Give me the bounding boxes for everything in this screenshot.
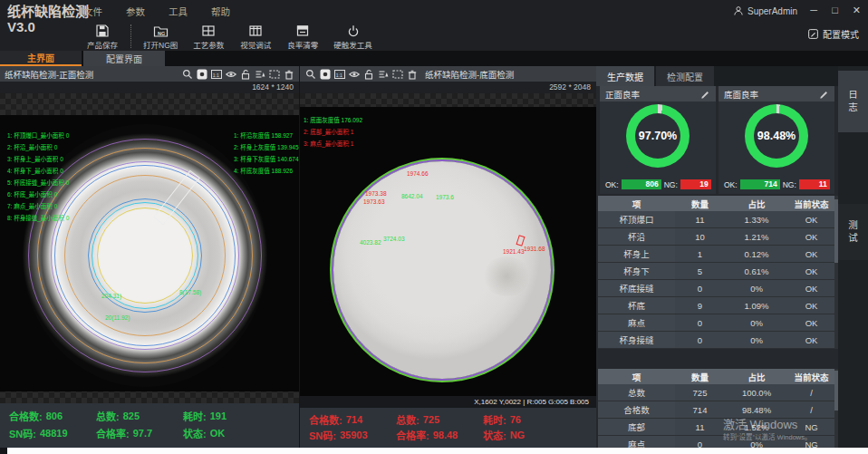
measure-label: 204.31)	[101, 293, 121, 299]
yield-reset-button[interactable]: 良率清零	[284, 22, 322, 52]
data-panel-tabs: 生产数据 检测配置	[596, 66, 838, 86]
menu-params[interactable]: 参数	[126, 5, 145, 18]
sort-icon[interactable]	[377, 68, 389, 80]
config-mode-button[interactable]: 配置模式	[807, 27, 859, 41]
col-state: 当前状态	[788, 196, 834, 211]
fit-view-icon[interactable]	[196, 68, 207, 80]
tab-detection-config[interactable]: 检测配置	[656, 66, 714, 86]
annotation-line: 1: 底面灰度值 176.092	[304, 114, 362, 126]
defect-marker: 1921.43	[503, 248, 525, 255]
one-to-one-icon[interactable]: 1:1	[333, 68, 345, 80]
table-row[interactable]: 杯身上10.12%OK	[598, 246, 834, 263]
front-view-panel: 纸杯缺陷检测-正面检测 1:1 1624 * 1240	[0, 66, 299, 454]
vision-debug-button[interactable]: 视觉调试	[236, 22, 275, 52]
table-row[interactable]: 杯底91.09%OK	[598, 297, 834, 314]
front-yield-donut: 97.70%	[626, 104, 690, 168]
unlock-icon[interactable]	[239, 68, 251, 80]
defect-table: 项 数量 占比 当前状态 杯顶爆口111.33%OK 杯沿101.21%OK 杯…	[598, 196, 834, 349]
status-label: 耗时:	[483, 412, 506, 427]
annotation-line: 2: 杯身上灰度值 139.945	[234, 141, 299, 153]
user-icon	[733, 5, 744, 16]
status-label: 合格数:	[9, 409, 43, 423]
zoom-icon[interactable]	[181, 68, 193, 80]
table-row[interactable]: 杯顶爆口111.33%OK	[598, 211, 834, 228]
side-tab-log[interactable]: 日志	[838, 71, 868, 132]
table-row[interactable]: 总数725100.0%/	[598, 384, 834, 401]
eye-icon[interactable]	[225, 68, 236, 80]
trash-icon[interactable]	[406, 68, 418, 80]
menu-help[interactable]: 帮助	[211, 5, 230, 18]
front-yield-okng: OK: 806 NG: 19	[605, 179, 711, 189]
edit-pencil-icon[interactable]	[700, 89, 710, 99]
col-ratio: 占比	[725, 369, 788, 384]
bottom-view-canvas[interactable]: 1974.66 8642.04 1973.38 1973.63 1973.6 4…	[300, 93, 596, 408]
table-row[interactable]: 杯沿101.21%OK	[598, 228, 834, 246]
bottom-yield-card: 底面良率 98.48% OK: 714 NG: 11	[719, 86, 834, 194]
menu-tools[interactable]: 工具	[169, 5, 188, 18]
columns-icon	[248, 24, 263, 38]
fit-view-icon[interactable]	[319, 68, 331, 80]
toolbar-label: 良率清零	[287, 39, 318, 50]
status-label: 合格率:	[396, 428, 429, 442]
reset-box-icon	[295, 24, 310, 38]
tab-config[interactable]: 配置界面	[83, 51, 165, 66]
defect-marker: 1931.68	[524, 246, 545, 252]
annotation-line: 5: 杯底接缝_最小面积 0	[7, 177, 69, 188]
status-label: 状态:	[183, 426, 207, 440]
col-count: 数量	[675, 196, 725, 211]
minimize-button[interactable]: ─	[810, 5, 817, 16]
annotation-line: 3: 麻点_最小面积 1	[304, 138, 362, 150]
user-box[interactable]: SuperAdmin	[733, 5, 797, 16]
annotation-line: 1: 杯顶爆口_最小面积 0	[7, 130, 69, 141]
save-product-button[interactable]: 产品保存	[83, 22, 121, 52]
toolbar-label: 视觉调试	[240, 39, 271, 50]
toolbar: 产品保存 NG 打开NG图 工艺参数 视觉调试 良率清零	[83, 22, 375, 52]
front-yield-value: 97.70%	[635, 113, 680, 159]
menu-file[interactable]: 文件	[83, 5, 102, 18]
annotation-line: 4: 杯底灰度值 188.926	[234, 165, 299, 177]
status-value: 714	[346, 414, 362, 425]
trash-icon[interactable]	[283, 68, 294, 80]
front-view-header: 纸杯缺陷检测-正面检测 1:1	[0, 66, 299, 82]
tab-production-data[interactable]: 生产数据	[596, 66, 654, 86]
open-ng-image-button[interactable]: NG 打开NG图	[140, 22, 180, 52]
maximize-button[interactable]: □	[832, 5, 838, 16]
menu-bar: 文件 参数 工具 帮助	[83, 5, 230, 18]
table-row[interactable]: 杯身接缝00%OK	[598, 332, 834, 349]
side-tab-test[interactable]: 测试	[838, 204, 868, 260]
hard-trigger-button[interactable]: 硬触发工具	[331, 22, 375, 52]
front-gray-list: 1: 杯沿灰度值 158.927 2: 杯身上灰度值 139.945 3: 杯身…	[234, 130, 299, 177]
zoom-icon[interactable]	[304, 68, 316, 80]
defect-table-header: 项 数量 占比 当前状态	[598, 196, 834, 211]
col-state: 当前状态	[788, 369, 834, 384]
eye-icon[interactable]	[348, 68, 360, 80]
one-to-one-icon[interactable]: 1:1	[210, 68, 222, 80]
close-button[interactable]: ✕	[853, 5, 861, 16]
status-label: 耗时:	[183, 409, 207, 423]
table-row[interactable]: 合格数71498.48%/	[598, 401, 834, 419]
defect-marker: 3724.03	[383, 236, 405, 242]
edit-pencil-icon[interactable]	[819, 89, 829, 99]
data-panel: 生产数据 检测配置 正面良率 97.70% OK: 806 NG: 19 底面良…	[596, 66, 838, 454]
annotation-line: 3: 杯身下灰度值 140.674	[234, 153, 299, 165]
front-view-title: 纸杯缺陷检测-正面检测	[5, 68, 181, 81]
status-value: 98.48	[433, 430, 458, 440]
status-label: 合格数:	[309, 412, 342, 427]
unlock-icon[interactable]	[362, 68, 374, 80]
app-title-line1: 纸杯缺陷检测	[7, 4, 89, 19]
annotation-line: 3: 杯身上_最小面积 0	[7, 153, 69, 165]
ng-count: 19	[680, 179, 711, 189]
sort-icon[interactable]	[254, 68, 265, 80]
table-row[interactable]: 杯身下50.61%OK	[598, 263, 834, 280]
table-row[interactable]: 麻点00%OK	[598, 314, 834, 332]
roi-icon[interactable]	[268, 68, 280, 80]
status-value: 191	[210, 411, 227, 421]
save-icon	[95, 24, 110, 38]
tab-main[interactable]: 主界面	[0, 51, 82, 66]
summary-table-header: 项 数量 占比 当前状态	[598, 369, 834, 384]
table-row[interactable]: 杯底接缝00%OK	[598, 280, 834, 297]
process-params-button[interactable]: 工艺参数	[189, 22, 227, 52]
front-view-canvas[interactable]: 204.31) 8(17.58) 20(11.92) 1: 杯顶爆口_最小面积 …	[0, 93, 299, 403]
roi-icon[interactable]	[391, 68, 403, 80]
bottom-yield-value: 98.48%	[754, 113, 799, 159]
